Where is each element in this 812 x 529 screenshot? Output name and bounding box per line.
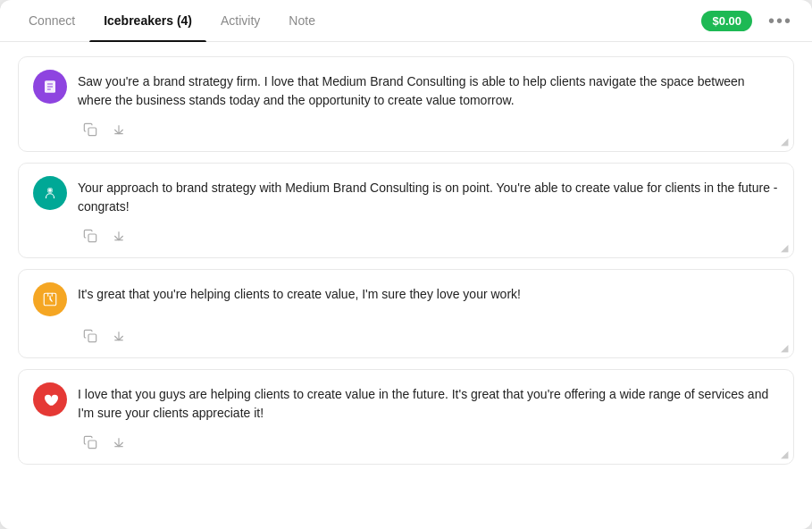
- resize-handle-4: ◢: [781, 449, 788, 460]
- tab-icebreakers[interactable]: Icebreakers (4): [89, 0, 206, 42]
- send-button-2[interactable]: [106, 223, 131, 248]
- tab-activity[interactable]: Activity: [206, 0, 274, 42]
- icebreaker-card-4: I love that you guys are helping clients…: [18, 369, 794, 465]
- icebreaker-card-1: Saw you're a brand strategy firm. I love…: [18, 56, 794, 152]
- tab-bar: Connect Icebreakers (4) Activity Note $0…: [0, 0, 812, 42]
- price-badge: $0.00: [701, 11, 752, 31]
- resize-handle-1: ◢: [781, 136, 788, 147]
- copy-button-1[interactable]: [78, 117, 103, 142]
- send-button-1[interactable]: [106, 117, 131, 142]
- svg-rect-8: [88, 334, 96, 342]
- tab-note[interactable]: Note: [274, 0, 330, 42]
- icebreaker-text-4: I love that you guys are helping clients…: [78, 382, 779, 423]
- icebreaker-text-2: Your approach to brand strategy with Med…: [78, 176, 779, 216]
- copy-button-4[interactable]: [78, 430, 103, 455]
- icebreakers-content: Saw you're a brand strategy firm. I love…: [0, 42, 812, 529]
- icebreaker-text-1: Saw you're a brand strategy firm. I love…: [78, 70, 779, 110]
- main-window: Connect Icebreakers (4) Activity Note $0…: [0, 0, 812, 529]
- copy-button-2[interactable]: [78, 223, 103, 248]
- resize-handle-2: ◢: [781, 242, 788, 254]
- resize-handle-3: ◢: [781, 342, 788, 354]
- svg-rect-9: [88, 441, 96, 449]
- send-button-3[interactable]: [106, 323, 131, 348]
- icebreaker-text-3: It's great that you're helping clients t…: [78, 282, 779, 304]
- avatar-3: [33, 282, 67, 316]
- more-options-button[interactable]: •••: [763, 7, 798, 35]
- svg-point-6: [48, 189, 53, 193]
- avatar-1: [33, 70, 67, 104]
- avatar-4: [33, 382, 67, 416]
- svg-rect-7: [88, 234, 96, 242]
- icebreaker-card-2: Your approach to brand strategy with Med…: [18, 163, 794, 258]
- icebreaker-card-3: It's great that you're helping clients t…: [18, 269, 794, 358]
- svg-rect-4: [88, 128, 96, 136]
- avatar-2: [33, 176, 67, 210]
- tab-connect[interactable]: Connect: [14, 0, 89, 42]
- copy-button-3[interactable]: [78, 323, 103, 348]
- send-button-4[interactable]: [106, 430, 131, 455]
